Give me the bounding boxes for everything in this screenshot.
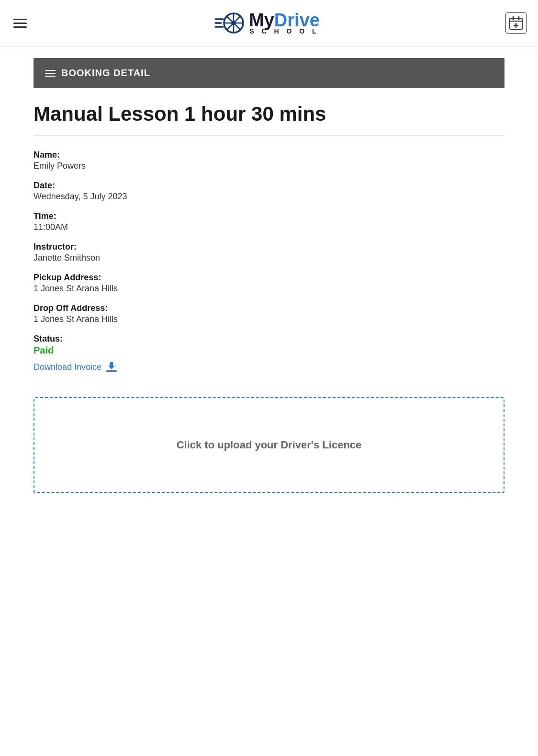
instructor-label: Instructor: [34,242,504,252]
detail-fields: Name: Emily Powers Date: Wednesday, 5 Ju… [34,150,504,358]
svg-line-11 [235,16,241,22]
svg-rect-19 [106,370,117,372]
download-icon [105,361,118,373]
instructor-value: Janette Smithson [34,253,504,263]
status-label: Status: [34,334,504,344]
pickup-label: Pickup Address: [34,273,504,283]
date-value: Wednesday, 5 July 2023 [34,192,504,202]
menu-line-2 [13,23,27,24]
time-label: Time: [34,211,504,221]
menu-line-1 [13,19,27,20]
logo-wheel-icon [214,8,245,38]
hamburger-menu-button[interactable] [11,17,29,30]
svg-line-10 [235,24,241,30]
svg-line-12 [227,24,232,30]
status-value: Paid [34,345,504,356]
app-header: MyDrive S C H O O L [0,0,538,46]
main-content: BOOKING DETAIL Manual Lesson 1 hour 30 m… [0,46,538,504]
download-invoice-label: Download Invoice [34,362,101,372]
section-divider [34,135,504,136]
booking-bar-icon [45,70,56,77]
svg-line-9 [227,16,232,22]
svg-marker-20 [108,362,115,369]
logo-text-wrapper: MyDrive S C H O O L [249,11,320,35]
calendar-add-icon [509,16,523,30]
name-label: Name: [34,150,504,160]
download-invoice-link[interactable]: Download Invoice [34,361,118,373]
logo-container: MyDrive S C H O O L [214,8,320,38]
logo-brand-name: MyDrive [249,11,320,29]
upload-drivers-licence-area[interactable]: Click to upload your Driver's Licence [34,397,504,493]
booking-detail-title: BOOKING DETAIL [61,68,150,79]
dropoff-label: Drop Off Address: [34,303,504,313]
dropoff-value: 1 Jones St Arana Hills [34,314,504,324]
upload-text: Click to upload your Driver's Licence [177,439,362,451]
time-value: 11:00AM [34,222,504,232]
logo-school: S C H O O L [249,27,319,35]
pickup-value: 1 Jones St Arana Hills [34,284,504,294]
lesson-title: Manual Lesson 1 hour 30 mins [34,103,504,126]
menu-line-3 [13,26,27,28]
date-label: Date: [34,181,504,191]
add-calendar-button[interactable] [505,12,527,34]
name-value: Emily Powers [34,161,504,171]
booking-detail-bar: BOOKING DETAIL [34,58,504,88]
